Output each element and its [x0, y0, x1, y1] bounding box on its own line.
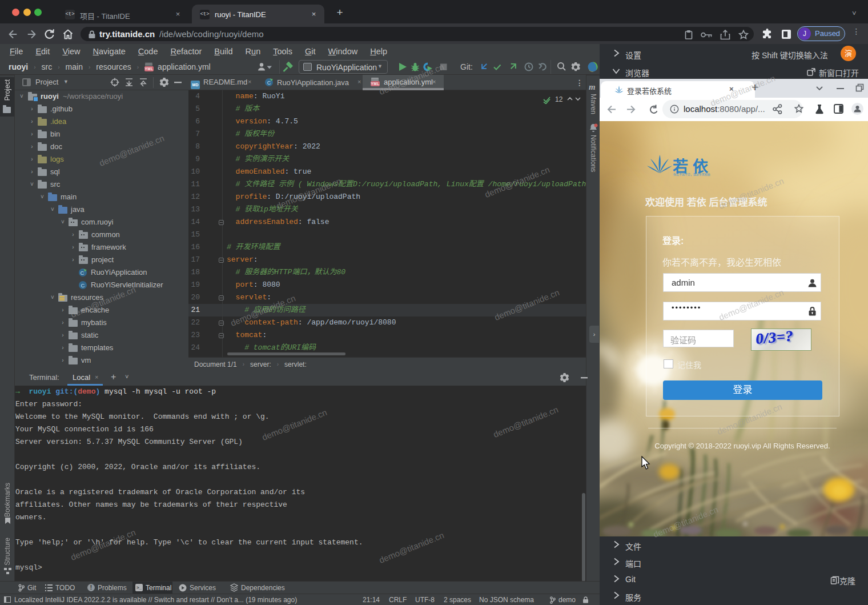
svg-text:C: C	[81, 270, 85, 276]
svg-text:12: 12	[555, 95, 563, 103]
svg-text:C: C	[267, 80, 271, 86]
svg-text:C: C	[81, 282, 85, 289]
